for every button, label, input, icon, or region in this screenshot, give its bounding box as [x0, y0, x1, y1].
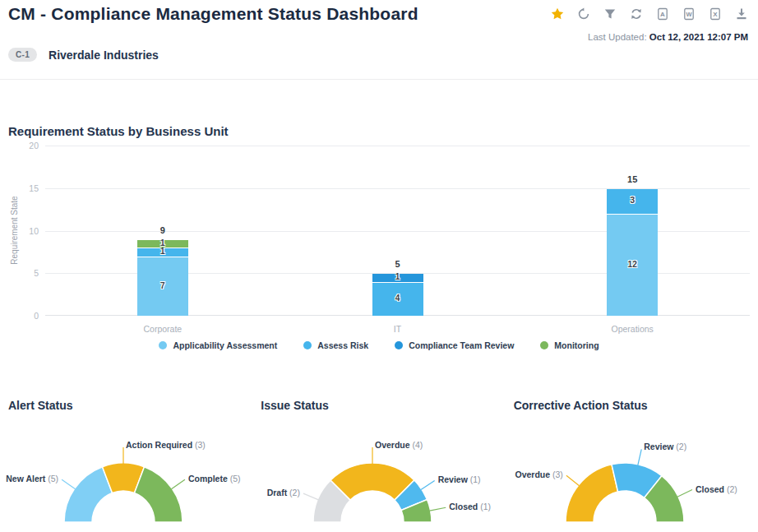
bar-segment-value: 7 [137, 281, 188, 290]
legend-label: Applicability Assessment [173, 340, 277, 350]
legend-label: Assess Risk [317, 340, 368, 350]
legend-item-monitoring[interactable]: Monitoring [540, 340, 599, 350]
issue-status-panel: Issue Status Draft (2)Overdue (4)Review … [252, 393, 505, 532]
slice-label: Closed (1) [450, 502, 492, 511]
bar-segment-monitoring[interactable]: 1 [137, 240, 188, 247]
dashboard-page: CM - Compliance Management Status Dashbo… [0, 0, 758, 532]
legend-dot-icon [303, 341, 312, 349]
favorite-star-icon[interactable] [551, 7, 564, 21]
svg-text:A: A [660, 11, 665, 18]
page-title: CM - Compliance Management Status Dashbo… [8, 4, 418, 24]
slice-label: Review (2) [644, 442, 686, 451]
donut-slice-complete[interactable] [134, 467, 183, 522]
legend-label: Compliance Team Review [409, 340, 514, 350]
slice-label: Overdue (3) [515, 470, 562, 479]
header-divider [0, 79, 758, 80]
slice-label: Closed (2) [696, 483, 737, 493]
svg-text:X: X [713, 11, 718, 18]
bar-segment-applicability-assessment[interactable]: 12 [607, 215, 658, 316]
legend-item-applicability-assessment[interactable]: Applicability Assessment [159, 340, 277, 350]
corrective-action-status-panel: Corrective Action Status Overdue (3)Revi… [506, 393, 758, 532]
history-icon[interactable] [577, 7, 590, 21]
last-updated: Last Updated: Oct 12, 2021 12:07 PM [588, 32, 748, 42]
slice-leader-line [62, 479, 75, 488]
refresh-icon[interactable] [630, 7, 643, 21]
slice-label: Overdue (4) [375, 440, 423, 450]
slice-leader-line [421, 480, 435, 489]
legend-item-assess-risk[interactable]: Assess Risk [303, 340, 368, 350]
legend-dot-icon [395, 341, 403, 349]
y-tick-label: 0 [14, 311, 39, 321]
record-badge[interactable]: C-1 [8, 48, 37, 62]
y-tick-label: 10 [14, 226, 39, 236]
slice-leader-line [637, 449, 640, 465]
x-category-label: IT [349, 324, 447, 334]
last-updated-label: Last Updated: [588, 32, 647, 42]
bar-segment-assess-risk[interactable]: 3 [607, 189, 658, 214]
slice-label: Action Required (3) [126, 440, 206, 450]
bar-segment-assess-risk[interactable]: 1 [137, 248, 188, 256]
x-category-label: Corporate [113, 324, 212, 334]
bar-chart-legend: Applicability AssessmentAssess RiskCompl… [0, 340, 758, 350]
legend-dot-icon [540, 341, 548, 349]
legend-label: Monitoring [554, 340, 599, 350]
y-tick-label: 5 [14, 268, 39, 278]
bar-segment-value: 12 [607, 260, 658, 269]
record-row: C-1 Riverdale Industries [8, 48, 159, 62]
slice-label: Complete (5) [188, 474, 241, 483]
bar-total-label: 9 [138, 225, 187, 235]
slice-label: Review (1) [438, 474, 481, 484]
bar-segment-value: 1 [137, 238, 188, 247]
bar-chart-plot: 051015207119Corporate415IT12315Operation… [45, 146, 750, 316]
y-tick-label: 20 [14, 141, 39, 150]
bar-total-label: 5 [373, 259, 423, 269]
last-updated-value: Oct 12, 2021 12:07 PM [649, 32, 748, 42]
toolbar: A W X [551, 7, 748, 21]
issue-status-donut: Draft (2)Overdue (4)Review (1)Closed (1) [252, 393, 505, 532]
export-excel-icon[interactable]: X [709, 7, 722, 21]
bar-segment-value: 4 [372, 294, 423, 303]
slice-leader-line [677, 490, 692, 497]
svg-text:W: W [686, 11, 692, 18]
alert-status-donut: New Alert (5)Action Required (3)Complete… [0, 393, 252, 532]
bar-segment-assess-risk[interactable]: 4 [372, 283, 423, 316]
x-category-label: Operations [583, 324, 682, 334]
donut-row: Alert Status New Alert (5)Action Require… [0, 393, 758, 532]
slice-label: Draft (2) [267, 488, 300, 497]
corrective-action-status-donut: Overdue (3)Review (2)Closed (2) [506, 393, 758, 532]
slice-leader-line [303, 493, 318, 500]
filter-icon[interactable] [603, 7, 617, 21]
bar-segment-value: 3 [607, 196, 658, 205]
bar-segment-compliance-team-review[interactable]: 1 [372, 274, 423, 281]
slice-leader-line [430, 507, 446, 511]
slice-leader-line [171, 479, 184, 488]
export-pdf-icon[interactable]: A [656, 7, 669, 21]
alert-status-panel: Alert Status New Alert (5)Action Require… [0, 393, 252, 532]
gridline [45, 146, 750, 146]
bar-segment-value: 1 [372, 272, 423, 281]
legend-item-compliance-team-review[interactable]: Compliance Team Review [395, 340, 514, 350]
company-name: Riverdale Industries [49, 49, 159, 62]
donut-slice-overdue[interactable] [566, 465, 618, 522]
download-icon[interactable] [735, 7, 748, 21]
export-word-icon[interactable]: W [682, 7, 696, 21]
bar-chart-title: Requirement Status by Business Unit [8, 124, 229, 138]
legend-dot-icon [159, 341, 167, 349]
slice-label: New Alert (5) [6, 474, 58, 483]
bar-segment-value: 1 [137, 247, 188, 256]
bar-total-label: 15 [608, 174, 657, 184]
slice-leader-line [566, 475, 580, 485]
bar-segment-applicability-assessment[interactable]: 7 [137, 257, 188, 316]
y-tick-label: 15 [14, 183, 39, 193]
